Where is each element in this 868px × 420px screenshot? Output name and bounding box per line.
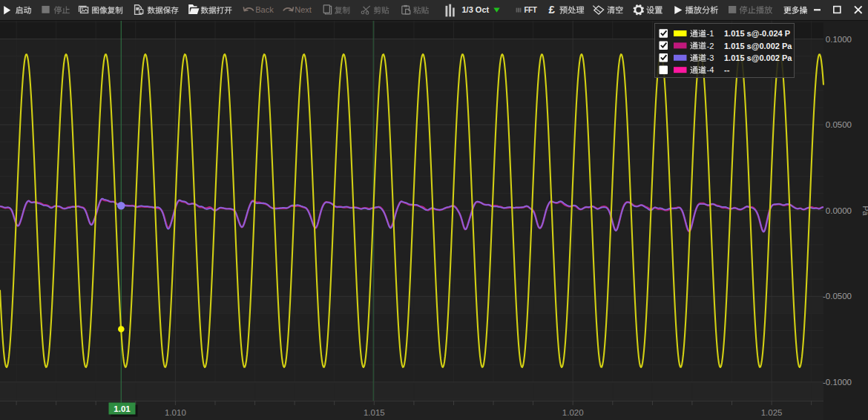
svg-text:1.015 s@0.002 Pa: 1.015 s@0.002 Pa <box>724 42 792 50</box>
svg-text:1.015 s@0.002 Pa: 1.015 s@0.002 Pa <box>724 53 792 62</box>
svg-text:Pa: Pa <box>861 206 868 216</box>
svg-text:-3: -3 <box>707 53 714 62</box>
svg-text:FFT: FFT <box>524 6 536 14</box>
svg-text:-1: -1 <box>707 29 714 38</box>
svg-text:-2: -2 <box>707 42 714 50</box>
svg-text:1/3 Oct: 1/3 Oct <box>462 5 490 14</box>
svg-text:-0.1000: -0.1000 <box>823 378 852 387</box>
svg-text:1.010: 1.010 <box>165 408 186 417</box>
svg-text:Back: Back <box>255 5 274 14</box>
svg-text:0.0000: 0.0000 <box>826 206 852 215</box>
svg-text:1.025: 1.025 <box>761 408 783 417</box>
svg-text:0.1000: 0.1000 <box>826 35 852 44</box>
svg-text:--: -- <box>724 65 730 74</box>
svg-text:-4: -4 <box>707 65 714 74</box>
svg-text:-0.0500: -0.0500 <box>823 292 852 301</box>
svg-text:1.01: 1.01 <box>114 404 131 413</box>
svg-text:Next: Next <box>295 5 312 14</box>
svg-text:1.015: 1.015 <box>364 408 385 417</box>
svg-text:0.0500: 0.0500 <box>826 120 852 129</box>
svg-text:1.015 s@-0.024 P: 1.015 s@-0.024 P <box>724 29 790 38</box>
svg-text:£: £ <box>549 3 556 16</box>
svg-text:1.020: 1.020 <box>562 408 584 417</box>
